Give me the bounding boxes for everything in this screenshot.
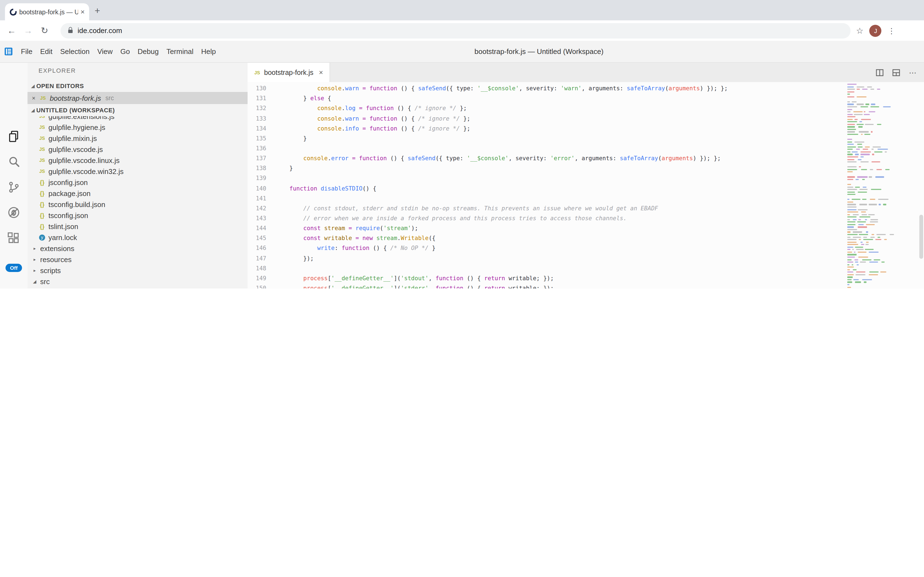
tree-item-gulpfile.vscode.linux.js[interactable]: JSgulpfile.vscode.linux.js: [27, 155, 247, 166]
split-editor-icon[interactable]: [876, 69, 884, 76]
tree-item-label: gulpfile.mixin.js: [48, 134, 97, 142]
line-content: // error when we are inside a forked pro…: [289, 213, 627, 223]
tree-item-label: tsconfig.build.json: [48, 200, 105, 208]
forward-icon[interactable]: →: [20, 26, 36, 35]
code-line-137[interactable]: 137 console.error = function () { safeSe…: [247, 153, 845, 163]
tree-item-resources[interactable]: ▸resources: [27, 254, 247, 265]
line-number: 147: [247, 253, 266, 263]
code-line-150[interactable]: 150 process['__defineGetter__']('stderr'…: [247, 283, 845, 288]
code-line-132[interactable]: 132 console.log = function () { /* ignor…: [247, 103, 845, 113]
open-editors-header[interactable]: ◢ OPEN EDITORS: [27, 80, 247, 92]
tree-item-scripts[interactable]: ▸scripts: [27, 265, 247, 276]
close-icon[interactable]: ×: [32, 95, 35, 101]
code-line-139[interactable]: 139: [247, 173, 845, 183]
browser-tab[interactable]: bootstrap-fork.js — Untitled (W ×: [5, 3, 89, 20]
line-content: const writable = new stream.Writable({: [289, 233, 435, 243]
tree-item-src[interactable]: ◢src: [27, 276, 247, 287]
code-line-142[interactable]: 142 // const stdout, stderr and stdin be…: [247, 203, 845, 213]
menu-file[interactable]: File: [17, 47, 36, 56]
line-number: 148: [247, 263, 266, 273]
code-line-135[interactable]: 135 }: [247, 133, 845, 143]
code-line-130[interactable]: 130 console.warn = function () { safeSen…: [247, 83, 845, 93]
debug-icon[interactable]: [7, 206, 20, 219]
code-line-140[interactable]: 140function disableSTDIO() {: [247, 183, 845, 193]
code-line-145[interactable]: 145 const writable = new stream.Writable…: [247, 233, 845, 243]
code-line-144[interactable]: 144 const stream = require('stream');: [247, 223, 845, 233]
extensions-icon[interactable]: [7, 232, 20, 245]
js-file-icon: JS: [38, 147, 46, 152]
back-icon[interactable]: ←: [3, 26, 20, 35]
code-line-147[interactable]: 147 });: [247, 253, 845, 263]
tree-item-jsconfig.json[interactable]: {}jsconfig.json: [27, 177, 247, 188]
tree-item-label: scripts: [40, 266, 61, 274]
tree-item-extensions[interactable]: ▸extensions: [27, 243, 247, 254]
code-line-138[interactable]: 138}: [247, 163, 845, 173]
url-bar[interactable]: ide.coder.com: [61, 23, 850, 38]
js-file-icon: JS: [39, 95, 47, 101]
menu-edit[interactable]: Edit: [36, 47, 56, 56]
menu-selection[interactable]: Selection: [56, 47, 93, 56]
off-badge[interactable]: Off: [5, 264, 22, 272]
editor-scrollbar[interactable]: [919, 215, 923, 259]
tree-item-gulpfile.mixin.js[interactable]: JSgulpfile.mixin.js: [27, 133, 247, 144]
workspace-header[interactable]: ◢ UNTITLED (WORKSPACE): [27, 104, 247, 116]
line-content: } else {: [289, 93, 331, 103]
line-content: console.info = function () { /* ignore *…: [289, 123, 471, 133]
new-tab-button[interactable]: +: [95, 5, 100, 16]
browser-avatar[interactable]: J: [869, 24, 882, 37]
explorer-icon[interactable]: [7, 130, 20, 143]
code-line-149[interactable]: 149 process['__defineGetter__']('stdout'…: [247, 273, 845, 283]
code-editor[interactable]: 129 console.log = function () { safeSend…: [247, 82, 924, 288]
tree-item-gulpfile.vscode.js[interactable]: JSgulpfile.vscode.js: [27, 144, 247, 155]
lock-icon: [68, 30, 72, 33]
json-file-icon: {}: [38, 179, 46, 185]
chevron-collapsed-icon: ▸: [31, 257, 38, 262]
code-line-148[interactable]: 148: [247, 263, 845, 273]
editor-tab-close-icon[interactable]: ×: [319, 68, 323, 77]
menu-help[interactable]: Help: [197, 47, 220, 56]
app-logo-icon[interactable]: [5, 47, 13, 56]
code-line-131[interactable]: 131 } else {: [247, 93, 845, 103]
editor-tab-label: bootstrap-fork.js: [264, 69, 313, 76]
browser-tab-title: bootstrap-fork.js — Untitled (W: [19, 8, 79, 15]
menu-view[interactable]: View: [93, 47, 117, 56]
editor-tab-active[interactable]: JS bootstrap-fork.js ×: [247, 63, 330, 82]
tree-item-label: src: [40, 277, 50, 285]
browser-menu-icon[interactable]: ⋮: [888, 26, 895, 35]
source-control-icon[interactable]: [7, 181, 20, 194]
tree-item-gulpfile.hygiene.js[interactable]: JSgulpfile.hygiene.js: [27, 122, 247, 133]
js-file-icon: JS: [38, 124, 46, 130]
code-line-133[interactable]: 133 console.warn = function () { /* igno…: [247, 113, 845, 123]
more-actions-icon[interactable]: ⋯: [909, 68, 917, 77]
chevron-expanded-icon: ◢: [30, 108, 36, 113]
code-line-136[interactable]: 136: [247, 143, 845, 153]
tree-item-yarn.lock[interactable]: yyarn.lock: [27, 232, 247, 243]
tree-item-tsconfig.json[interactable]: {}tsconfig.json: [27, 210, 247, 221]
editor-layout-icon[interactable]: [892, 69, 900, 76]
menu-debug[interactable]: Debug: [134, 47, 162, 56]
tree-item-gulpfile.extensions.js[interactable]: JSgulpfile.extensions.js: [27, 116, 247, 122]
line-number: 140: [247, 183, 266, 193]
reload-icon[interactable]: ↻: [36, 25, 53, 36]
browser-toolbar: ← → ↻ ide.coder.com ☆ J ⋮: [0, 20, 924, 41]
menu-terminal[interactable]: Terminal: [162, 47, 197, 56]
tree-item-package.json[interactable]: {}package.json: [27, 188, 247, 199]
tree-item-tsconfig.build.json[interactable]: {}tsconfig.build.json: [27, 199, 247, 210]
tree-item-typings[interactable]: ▸typings: [27, 287, 247, 288]
line-number: 145: [247, 233, 266, 243]
code-line-141[interactable]: 141: [247, 193, 845, 203]
search-icon[interactable]: [7, 155, 20, 168]
line-content: console.error = function () { safeSend({…: [289, 153, 721, 163]
tab-close-icon[interactable]: ×: [80, 8, 85, 15]
code-line-134[interactable]: 134 console.info = function () { /* igno…: [247, 123, 845, 133]
minimap[interactable]: [845, 82, 917, 288]
file-tree: JSgulpfile.extensions.jsJSgulpfile.hygie…: [27, 116, 247, 288]
bookmark-star-icon[interactable]: ☆: [856, 26, 863, 35]
code-line-146[interactable]: 146 write: function () { /* No OP */ }: [247, 243, 845, 253]
tree-item-gulpfile.vscode.win32.js[interactable]: JSgulpfile.vscode.win32.js: [27, 166, 247, 177]
tree-item-tslint.json[interactable]: {}tslint.json: [27, 221, 247, 232]
tree-item-label: gulpfile.vscode.linux.js: [48, 156, 120, 164]
open-editor-item[interactable]: × JS bootstrap-fork.js src: [27, 92, 247, 104]
menu-go[interactable]: Go: [117, 47, 134, 56]
code-line-143[interactable]: 143 // error when we are inside a forked…: [247, 213, 845, 223]
